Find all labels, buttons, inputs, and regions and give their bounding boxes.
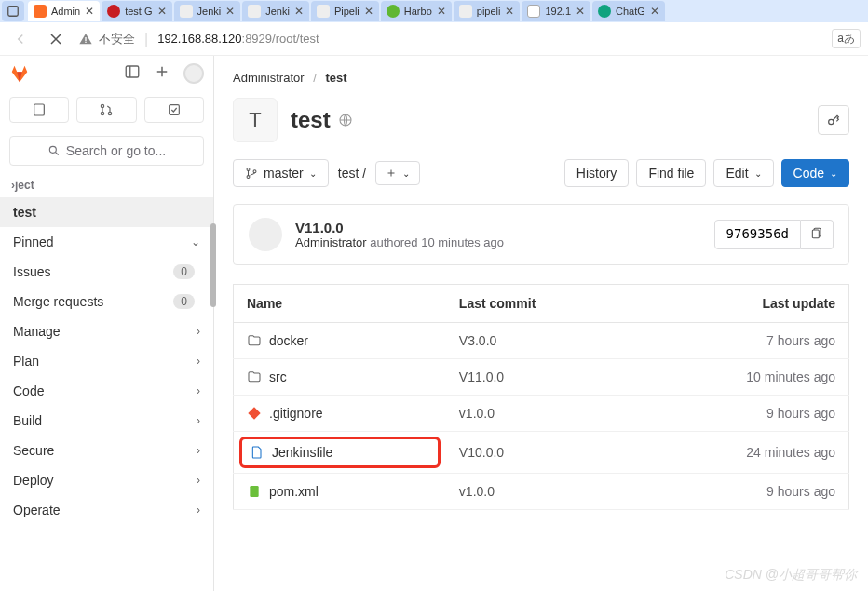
- sidebar-item-issues[interactable]: Issues0: [0, 257, 213, 287]
- path-crumb[interactable]: test /: [338, 166, 366, 181]
- favicon-icon: [34, 5, 47, 18]
- tab-overview-button[interactable]: [2, 1, 24, 21]
- project-title: test: [291, 107, 353, 133]
- browser-tab[interactable]: pipeli✕: [454, 1, 521, 21]
- edit-button[interactable]: Edit ⌄: [713, 159, 773, 187]
- file-icon: [250, 445, 264, 460]
- commit-title[interactable]: V11.0.0: [295, 220, 504, 235]
- last-commit[interactable]: V10.0.0: [446, 432, 636, 474]
- svg-point-13: [247, 168, 250, 170]
- favicon-icon: [317, 5, 330, 18]
- user-avatar[interactable]: [183, 63, 204, 84]
- chevron-down-icon: ⌄: [830, 168, 837, 179]
- browser-tab[interactable]: Harbo✕: [381, 1, 452, 21]
- col-name: Name: [234, 285, 446, 323]
- issues-shortcut[interactable]: [9, 97, 69, 123]
- last-update: 24 minutes ago: [635, 432, 848, 474]
- file-table: Name Last commit Last update dockerV3.0.…: [233, 284, 849, 510]
- favicon-icon: [387, 5, 400, 18]
- merge-requests-shortcut[interactable]: [76, 97, 136, 123]
- browser-tab[interactable]: Jenki✕: [242, 1, 309, 21]
- tab-close-icon[interactable]: ✕: [157, 5, 167, 18]
- url-display[interactable]: 192.168.88.120:8929/root/test: [157, 32, 319, 46]
- count-badge: 0: [173, 294, 195, 309]
- svg-point-10: [49, 146, 56, 153]
- table-row[interactable]: dockerV3.0.07 hours ago: [234, 323, 849, 359]
- sidebar-item-deploy[interactable]: Deploy›: [0, 465, 213, 495]
- find-file-button[interactable]: Find file: [636, 159, 706, 187]
- last-commit[interactable]: V3.0.0: [446, 323, 636, 359]
- commit-sha[interactable]: 9769356d: [714, 220, 801, 249]
- breadcrumb-root[interactable]: Administrator: [233, 71, 305, 85]
- table-row[interactable]: pom.xmlv1.0.09 hours ago: [234, 474, 849, 510]
- close-page-button[interactable]: [43, 26, 69, 52]
- browser-tab[interactable]: 192.1✕: [522, 1, 590, 21]
- svg-point-6: [102, 104, 104, 107]
- browser-tab[interactable]: Jenki✕: [174, 1, 241, 21]
- clipboard-icon: [810, 226, 823, 239]
- sidebar-item-merge-requests[interactable]: Merge requests0: [0, 287, 213, 316]
- commit-author-avatar[interactable]: [249, 218, 282, 251]
- copy-sha-button[interactable]: [801, 220, 834, 249]
- tab-close-icon[interactable]: ✕: [294, 5, 304, 18]
- project-avatar: T: [233, 98, 278, 142]
- browser-tab[interactable]: test G✕: [102, 1, 171, 21]
- translate-button[interactable]: aあ: [832, 29, 861, 48]
- sidebar-item-plan[interactable]: Plan›: [0, 346, 213, 376]
- sidebar-item-manage[interactable]: Manage›: [0, 316, 213, 346]
- browser-tab[interactable]: Admin✕: [28, 1, 100, 21]
- last-update: 7 hours ago: [635, 323, 848, 359]
- file-name: src: [269, 369, 287, 384]
- tab-close-icon[interactable]: ✕: [364, 5, 373, 18]
- add-file-button[interactable]: ⌄: [375, 161, 420, 185]
- tab-close-icon[interactable]: ✕: [85, 5, 94, 18]
- back-button[interactable]: [7, 26, 34, 52]
- sidebar-project-item[interactable]: test: [0, 197, 213, 227]
- last-commit[interactable]: v1.0.0: [446, 474, 636, 510]
- sidebar-item-build[interactable]: Build›: [0, 406, 213, 436]
- panel-toggle-icon[interactable]: [124, 63, 141, 84]
- favicon-icon: [527, 5, 540, 18]
- table-row[interactable]: .gitignorev1.0.09 hours ago: [234, 396, 849, 432]
- insecure-label: 不安全: [99, 31, 135, 47]
- sidebar-pinned[interactable]: Pinned ⌄: [0, 227, 213, 257]
- gitlab-logo-icon: [9, 63, 30, 84]
- col-update: Last update: [635, 285, 848, 323]
- plus-icon: [386, 168, 397, 179]
- todos-shortcut[interactable]: [144, 97, 204, 123]
- browser-tab[interactable]: Pipeli✕: [311, 1, 379, 21]
- last-commit[interactable]: V11.0.0: [446, 359, 636, 396]
- chevron-right-icon: ›: [197, 325, 200, 338]
- search-input[interactable]: Search or go to...: [9, 136, 204, 166]
- file-name: .gitignore: [269, 406, 323, 421]
- svg-rect-3: [126, 66, 139, 77]
- favicon-icon: [459, 5, 472, 18]
- table-row[interactable]: srcV11.0.010 minutes ago: [234, 359, 849, 396]
- browser-tab[interactable]: ChatG✕: [592, 1, 665, 21]
- search-icon: [47, 144, 61, 157]
- security-indicator[interactable]: 不安全: [78, 31, 135, 47]
- chevron-right-icon: ›: [197, 474, 200, 487]
- svg-rect-0: [8, 7, 19, 17]
- count-badge: 0: [173, 264, 195, 279]
- tab-close-icon[interactable]: ✕: [437, 5, 446, 18]
- add-button[interactable]: [154, 63, 170, 84]
- tab-close-icon[interactable]: ✕: [505, 5, 514, 18]
- sidebar-item-secure[interactable]: Secure›: [0, 436, 213, 465]
- table-row[interactable]: JenkinsfileV10.0.024 minutes ago: [234, 432, 849, 474]
- chevron-down-icon: ⌄: [309, 168, 317, 179]
- last-commit[interactable]: v1.0.0: [446, 396, 636, 432]
- history-button[interactable]: History: [564, 159, 630, 187]
- svg-rect-2: [85, 41, 86, 42]
- sidebar-item-code[interactable]: Code›: [0, 376, 213, 406]
- last-update: 9 hours ago: [635, 474, 848, 510]
- project-key-button[interactable]: [818, 105, 849, 135]
- code-button[interactable]: Code ⌄: [781, 159, 849, 187]
- favicon-icon: [180, 5, 193, 18]
- tab-close-icon[interactable]: ✕: [576, 5, 585, 18]
- branch-selector[interactable]: master ⌄: [233, 159, 329, 187]
- sidebar-item-operate[interactable]: Operate›: [0, 495, 213, 525]
- tab-close-icon[interactable]: ✕: [650, 5, 659, 18]
- svg-rect-9: [169, 105, 179, 115]
- tab-close-icon[interactable]: ✕: [225, 5, 235, 18]
